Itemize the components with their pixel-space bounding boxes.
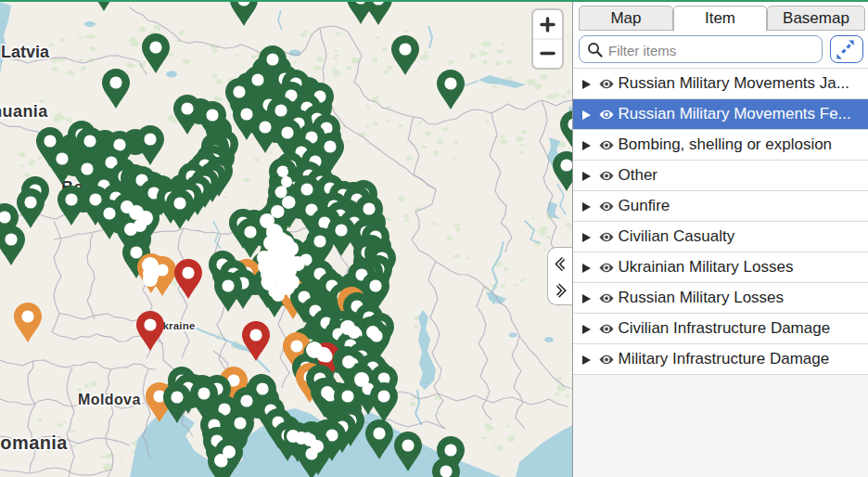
- svg-text:Latvia: Latvia: [1, 43, 50, 61]
- svg-text:Lithuania: Lithuania: [0, 102, 48, 121]
- svg-text:Moldova: Moldova: [78, 392, 141, 407]
- svg-text:Romania: Romania: [0, 432, 68, 453]
